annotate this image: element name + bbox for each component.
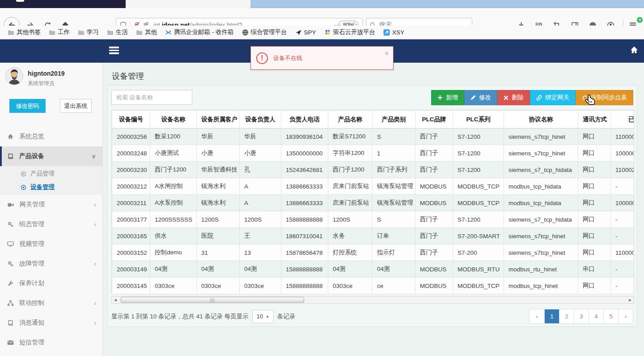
wrench-icon xyxy=(7,280,14,287)
table-header-cell[interactable]: 产品类别 xyxy=(373,111,415,129)
bookmark-link[interactable]: 萤石云开放平台 xyxy=(321,27,379,38)
add-button[interactable]: 新增 xyxy=(431,90,464,105)
sidebar-item-device-mgmt[interactable]: 设备管理 xyxy=(0,180,102,194)
sidebar-item-maintenance-plan[interactable]: 保养计划 xyxy=(0,274,102,293)
cell-product-category: 指示灯 xyxy=(373,244,415,261)
table-row[interactable]: 200003177 1200SSSSSS 1200S 1200S 1588888… xyxy=(112,211,635,228)
device-search-input[interactable] xyxy=(111,90,192,105)
sidebar-item-video-mgmt[interactable]: 视频管理 xyxy=(0,234,102,254)
change-password-button[interactable]: 修改密码 xyxy=(9,99,46,113)
bookmarks-bar: 其他书签 工作 学习 生活 其他 腾讯企业邮箱 - 收件箱 综合管理平台 SP xyxy=(0,26,644,39)
cell-plc-series: S7-1200 xyxy=(453,211,504,228)
cell-owner: 小唐 xyxy=(240,145,281,162)
scrollbar-thumb[interactable]: ||| xyxy=(121,297,304,303)
page-button-1[interactable]: 1 xyxy=(544,309,559,323)
sidebar-item-system-overview[interactable]: 系统总览 xyxy=(0,127,102,146)
cell-product-category: ce xyxy=(373,278,415,294)
chevron-down-icon: ∨ xyxy=(91,153,96,160)
table-header-cell[interactable]: PLC系列 xyxy=(453,111,504,129)
table-row[interactable]: 200003211 A水泵控制 镇海水利 A 13886663333 庶来门前泵… xyxy=(112,195,635,211)
table-row[interactable]: 200003212 A水闸控制 镇海水利 A 13886663333 庶来门前泵… xyxy=(112,178,635,195)
cell-device-id: 200003211 xyxy=(112,195,150,211)
cell-phone: 15888888888 xyxy=(281,278,328,294)
sidebar-item-product-device[interactable]: 产品设备 ∨ xyxy=(0,146,102,166)
cell-comm-mode: 网口 xyxy=(578,195,611,211)
page-next-button[interactable]: › xyxy=(618,309,633,323)
plus-icon xyxy=(437,95,443,100)
bookmark-link[interactable]: 综合管理平台 xyxy=(239,27,290,38)
table-header-cell[interactable]: 负责人电话 xyxy=(281,111,328,129)
table-header-cell[interactable]: 设备负责人 xyxy=(240,111,281,129)
table-row[interactable]: 200003152 控制demo 31 13 15878656478 灯控系统 … xyxy=(112,244,635,261)
cell-plc-brand: 西门子 xyxy=(415,228,453,244)
cell-plc-series: S7-1200 xyxy=(453,129,504,145)
sidebar-item-scada-mgmt[interactable]: 组态管理 ‹ xyxy=(0,214,102,234)
bookmark-link[interactable]: 腾讯企业邮箱 - 收件箱 xyxy=(162,27,237,38)
bookmark-folder[interactable]: 生活 xyxy=(104,27,131,38)
cell-product-category: 西门子系列 xyxy=(373,162,415,178)
bookmark-link[interactable]: SPY xyxy=(292,28,319,37)
edit-button[interactable]: 修改 xyxy=(464,90,497,105)
browser-tabstrip xyxy=(0,0,644,8)
table-row[interactable]: 200003248 小唐测试 小唐 小唐 13500000000 字符串1200… xyxy=(112,145,635,162)
sidebar-item-fault-mgmt[interactable]: 故障管理 ‹ xyxy=(0,254,102,274)
alert-close-button[interactable]: × xyxy=(385,49,389,57)
page-button-3[interactable]: 3 xyxy=(574,309,589,323)
cell-bound-gateway: 1100008 xyxy=(611,129,635,145)
force-sync-button[interactable]: 强制同步点表 xyxy=(576,90,633,105)
desktop-icon xyxy=(7,241,14,247)
table-row[interactable]: 200003165 供水 医院 王 18607310041 水务 订单 西门子 … xyxy=(112,228,635,244)
avatar[interactable] xyxy=(5,67,23,85)
page-button-2[interactable]: 2 xyxy=(559,309,574,323)
table-header-cell[interactable]: 已绑定网关 xyxy=(611,111,635,129)
sidebar-item-sms-mgmt[interactable]: 短信管理 xyxy=(0,333,102,352)
cell-device-id: 200003230 xyxy=(112,162,150,178)
bookmark-folder[interactable]: 工作 xyxy=(46,27,73,38)
bookmark-link[interactable]: XSY xyxy=(380,28,407,37)
cell-bound-gateway: - xyxy=(611,178,635,195)
folder-icon xyxy=(107,30,114,35)
table-row[interactable]: 200003256 数采1200 华辰 华辰 18390936104 数采S71… xyxy=(112,129,635,145)
table-row[interactable]: 200003230 西门子1200 华辰智通科技 孔 15243642681 西… xyxy=(112,162,635,178)
cell-comm-mode: 串口 xyxy=(578,261,611,278)
page-prev-button[interactable]: ‹ xyxy=(530,309,544,323)
table-footer: 显示第 1 到第 10 条记录，总共 41 条记录 每页显示 10 ▲ 条记录 … xyxy=(111,309,633,324)
cell-owner: 13 xyxy=(240,244,281,261)
alert-message: 设备不在线 xyxy=(273,54,302,62)
x-icon xyxy=(504,95,508,100)
scroll-left-arrow[interactable]: ◄ xyxy=(112,296,119,303)
table-header-cell[interactable]: 设备所属客户 xyxy=(197,111,240,129)
logout-button[interactable]: 退出系统 xyxy=(60,99,92,113)
bookmark-folder[interactable]: 其他书签 xyxy=(4,27,44,38)
table-row[interactable]: 200003145 0303ce 0303ce 0303ce 158888888… xyxy=(112,278,635,294)
bind-gateway-button[interactable]: 绑定网关 xyxy=(530,90,576,105)
sidebar-item-linkage-control[interactable]: 联动控制 ‹ xyxy=(0,293,102,313)
sidebar-item-message-notify[interactable]: 消息通知 ‹ xyxy=(0,313,102,333)
table-header-cell[interactable]: 协议名称 xyxy=(504,111,578,129)
cell-customer: 华辰 xyxy=(197,129,240,145)
scroll-right-arrow[interactable]: ► xyxy=(627,296,634,303)
page-size-select[interactable]: 10 ▲ xyxy=(252,310,274,323)
horizontal-scrollbar[interactable]: ◄ ||| ► xyxy=(111,296,634,304)
main-content: 设备管理 新增 修改 删除 xyxy=(103,63,644,356)
chevron-left-icon: ‹ xyxy=(94,319,96,326)
bookmark-folder[interactable]: 学习 xyxy=(75,27,102,38)
bookmark-folder[interactable]: 其他 xyxy=(133,27,160,38)
sidebar-item-gateway-mgmt[interactable]: 网关管理 ‹ xyxy=(0,195,102,214)
page-button-4[interactable]: 4 xyxy=(589,309,603,323)
navbar-home-button[interactable] xyxy=(630,46,639,54)
table-header-cell[interactable]: 设备名称 xyxy=(150,111,197,129)
cell-protocol: modbus_tcp_hidata xyxy=(504,195,578,211)
sidebar-collapse-button[interactable] xyxy=(109,47,119,56)
gears-icon xyxy=(7,221,14,227)
delete-button[interactable]: 删除 xyxy=(497,90,530,105)
table-row[interactable]: 200003149 04测 04测 04测 15888888888 04测 04… xyxy=(112,261,635,278)
page-button-5[interactable]: 5 xyxy=(603,309,618,323)
table-header-cell[interactable]: 通讯方式 xyxy=(578,111,611,129)
cell-plc-brand: MODBUS xyxy=(415,261,453,278)
cell-bound-gateway: 1000000 xyxy=(611,145,635,162)
table-header-cell[interactable]: 设备编号 xyxy=(112,111,150,129)
sidebar-item-product-mgmt[interactable]: 产品管理 xyxy=(0,167,102,180)
table-header-cell[interactable]: 产品名称 xyxy=(328,111,373,129)
table-header-cell[interactable]: PLC品牌 xyxy=(415,111,453,129)
